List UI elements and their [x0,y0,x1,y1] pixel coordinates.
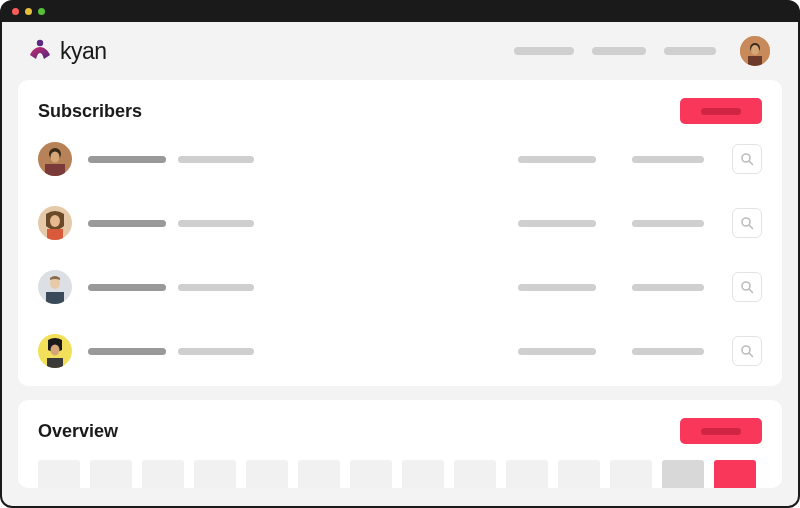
overview-title: Overview [38,421,118,442]
svg-line-15 [749,225,752,228]
overview-primary-button[interactable] [680,418,762,444]
search-icon [740,216,754,230]
tile[interactable] [506,460,548,488]
nav-item[interactable] [664,47,716,55]
list-item[interactable] [38,142,762,176]
tile[interactable] [558,460,600,488]
logo-icon [26,37,54,65]
row-search-button[interactable] [732,272,762,302]
subscriber-sub-placeholder [178,156,254,163]
subscriber-name-placeholder [88,220,166,227]
svg-line-20 [749,289,752,292]
tile[interactable] [662,460,704,488]
list-item[interactable] [38,206,762,240]
avatar [38,206,72,240]
svg-rect-23 [47,358,63,368]
brand-logo[interactable]: kyan [26,37,107,65]
subscriber-col-placeholder [518,348,596,355]
avatar [38,142,72,176]
row-search-button[interactable] [732,336,762,366]
subscriber-name-placeholder [88,156,166,163]
tile[interactable] [142,460,184,488]
window-close-dot[interactable] [12,8,19,15]
subscriber-col-placeholder [632,348,704,355]
list-item[interactable] [38,334,762,368]
svg-point-3 [751,45,759,55]
svg-point-0 [37,40,43,46]
subscriber-col-placeholder [632,220,704,227]
app-header: kyan [2,22,798,80]
tile[interactable] [194,460,236,488]
subscriber-sub-placeholder [178,348,254,355]
tile[interactable] [38,460,80,488]
avatar [38,334,72,368]
svg-rect-13 [47,229,63,240]
window-minimize-dot[interactable] [25,8,32,15]
subscribers-title: Subscribers [38,101,142,122]
svg-rect-4 [748,56,762,66]
tile[interactable] [350,460,392,488]
subscribers-card: Subscribers [18,80,782,386]
overview-tiles [38,460,762,488]
user-avatar[interactable] [740,36,770,66]
subscriber-col-placeholder [518,156,596,163]
subscriber-col-placeholder [518,284,596,291]
search-icon [740,280,754,294]
search-icon [740,152,754,166]
subscriber-col-placeholder [632,156,704,163]
svg-point-12 [50,215,60,227]
subscribers-primary-button[interactable] [680,98,762,124]
window-title-bar [0,0,800,22]
row-search-button[interactable] [732,208,762,238]
subscriber-col-placeholder [518,220,596,227]
nav-item[interactable] [592,47,646,55]
tile[interactable] [402,460,444,488]
row-search-button[interactable] [732,144,762,174]
window-maximize-dot[interactable] [38,8,45,15]
overview-card: Overview [18,400,782,488]
tile-active[interactable] [714,460,756,488]
brand-name: kyan [60,38,107,65]
top-nav [514,47,716,55]
subscriber-sub-placeholder [178,284,254,291]
svg-rect-18 [46,292,64,304]
subscriber-name-placeholder [88,284,166,291]
subscriber-col-placeholder [632,284,704,291]
subscriber-name-placeholder [88,348,166,355]
avatar [38,270,72,304]
svg-point-22 [51,345,60,356]
tile[interactable] [90,460,132,488]
svg-line-25 [749,353,752,356]
svg-line-10 [749,161,752,164]
tile[interactable] [454,460,496,488]
svg-point-7 [51,152,60,163]
tile[interactable] [298,460,340,488]
tile[interactable] [610,460,652,488]
tile[interactable] [246,460,288,488]
search-icon [740,344,754,358]
nav-item[interactable] [514,47,574,55]
subscribers-list [38,142,762,368]
svg-rect-8 [45,164,65,176]
list-item[interactable] [38,270,762,304]
subscriber-sub-placeholder [178,220,254,227]
